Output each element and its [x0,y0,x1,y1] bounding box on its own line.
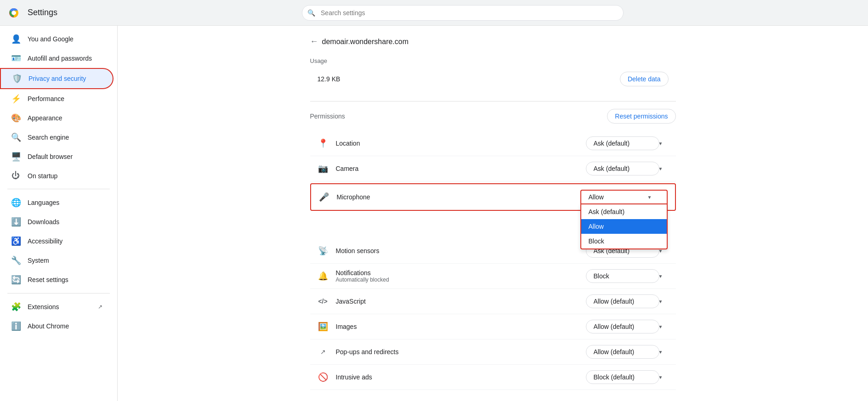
sidebar-item-search-engine[interactable]: 🔍 Search engine [0,128,113,147]
extensions-external-icon: ↗ [98,304,102,310]
section-divider [310,101,676,102]
main-layout: 👤 You and Google 🪪 Autofill and password… [0,26,868,401]
sidebar-label-downloads: Downloads [28,218,102,226]
camera-select-wrapper: Ask (default) Allow Block [586,162,669,175]
sidebar-item-extensions[interactable]: 🧩 Extensions ↗ [0,297,113,316]
microphone-chevron-icon: ▼ [647,195,652,200]
intrusive-ads-label: Intrusive ads [336,373,579,381]
sidebar-label-default-browser: Default browser [28,153,102,160]
search-icon: 🔍 [307,9,315,17]
back-button[interactable]: ← [310,37,318,46]
sidebar-item-system[interactable]: 🔧 System [0,251,113,270]
main-content: ← demoair.wondershare.com Usage 12.9 KB … [118,26,868,401]
notifications-sub-label: Automatically blocked [336,277,579,283]
extensions-icon: 🧩 [11,302,20,312]
sidebar-label-performance: Performance [28,95,102,102]
popups-icon: ↗ [318,348,329,356]
camera-label: Camera [336,165,579,172]
accessibility-icon: ♿ [11,236,20,246]
javascript-icon: </> [318,298,329,305]
performance-icon: ⚡ [11,94,20,104]
permission-row-microphone: 🎤 Microphone Allow ▼ Ask (default) Allow… [310,183,676,211]
sidebar-item-default-browser[interactable]: 🖥️ Default browser [0,147,113,166]
sidebar-label-privacy: Privacy and security [28,75,102,82]
sidebar-label-about: About Chrome [28,322,102,330]
sidebar-item-reset[interactable]: 🔄 Reset settings [0,270,113,289]
javascript-select[interactable]: Allow (default) Block [586,294,659,308]
permission-row-popups: ↗ Pop-ups and redirects Allow (default) … [310,339,676,365]
intrusive-ads-select[interactable]: Allow Block (default) [586,370,659,384]
images-select-wrapper: Allow (default) Block [586,320,669,333]
microphone-icon: 🎤 [318,192,329,202]
javascript-select-wrapper: Allow (default) Block [586,294,669,308]
notifications-select[interactable]: Ask (default) Allow Block [586,269,659,283]
microphone-option-allow[interactable]: Allow [581,219,667,234]
microphone-option-block[interactable]: Block [581,234,667,249]
appearance-icon: 🎨 [11,113,20,123]
sidebar-label-search-engine: Search engine [28,134,102,141]
permission-row-camera: 📷 Camera Ask (default) Allow Block [310,156,676,181]
sidebar-item-performance[interactable]: ⚡ Performance [0,89,113,108]
motion-sensors-label: Motion sensors [336,247,579,254]
search-bar: 🔍 [302,5,624,21]
notifications-icon: 🔔 [318,271,329,281]
sidebar-item-autofill[interactable]: 🪪 Autofill and passwords [0,49,113,68]
intrusive-ads-select-wrapper: Allow Block (default) [586,370,669,384]
location-select-wrapper: Ask (default) Allow Block [586,136,669,150]
sidebar-divider-2 [7,293,110,294]
notifications-select-wrapper: Ask (default) Allow Block [586,269,669,283]
startup-icon: ⏻ [11,171,20,181]
reset-icon: 🔄 [11,275,20,285]
microphone-current-value: Allow [589,193,604,201]
downloads-icon: ⬇️ [11,217,20,227]
sidebar-item-appearance[interactable]: 🎨 Appearance [0,108,113,128]
sidebar-item-privacy[interactable]: 🛡️ Privacy and security [0,68,113,89]
location-icon: 📍 [318,138,329,148]
location-select[interactable]: Ask (default) Allow Block [586,136,659,150]
delete-data-button[interactable]: Delete data [620,72,669,86]
sidebar-item-you-and-google[interactable]: 👤 You and Google [0,29,113,49]
camera-icon: 📷 [318,164,329,174]
javascript-label: JavaScript [336,298,579,305]
popups-select[interactable]: Allow (default) Block [586,345,659,359]
settings-title: Settings [28,8,57,17]
images-label: Images [336,323,579,330]
default-browser-icon: 🖥️ [11,152,20,162]
sidebar-label-accessibility: Accessibility [28,237,102,245]
sidebar-item-languages[interactable]: 🌐 Languages [0,193,113,212]
sidebar-label-autofill: Autofill and passwords [28,55,102,62]
about-icon: ℹ️ [11,321,20,331]
microphone-dropdown-trigger[interactable]: Allow ▼ [580,190,668,204]
sidebar-item-on-startup[interactable]: ⏻ On startup [0,166,113,185]
reset-permissions-button[interactable]: Reset permissions [607,109,675,124]
sidebar-item-about[interactable]: ℹ️ About Chrome [0,316,113,336]
images-icon: 🖼️ [318,322,329,332]
sidebar-label-extensions: Extensions [28,303,91,311]
chrome-logo-icon [7,6,20,19]
search-engine-icon: 🔍 [11,132,20,142]
site-url: demoair.wondershare.com [322,38,409,46]
usage-row: 12.9 KB Delete data [310,68,676,90]
popups-label: Pop-ups and redirects [336,348,579,356]
motion-sensors-icon: 📡 [318,246,329,256]
images-select[interactable]: Allow (default) Block [586,320,659,333]
sidebar-item-downloads[interactable]: ⬇️ Downloads [0,212,113,232]
sidebar: 👤 You and Google 🪪 Autofill and password… [0,26,118,401]
permission-row-location: 📍 Location Ask (default) Allow Block [310,131,676,156]
permission-row-images: 🖼️ Images Allow (default) Block [310,314,676,339]
permission-row-intrusive-ads: 🚫 Intrusive ads Allow Block (default) [310,365,676,390]
microphone-option-ask[interactable]: Ask (default) [581,204,667,219]
microphone-dropdown-list: Ask (default) Allow Block [580,204,668,249]
back-nav: ← demoair.wondershare.com [310,37,676,46]
notifications-label: Notifications Automatically blocked [336,269,579,283]
permissions-label: Permissions [310,113,345,120]
permission-row-javascript: </> JavaScript Allow (default) Block [310,289,676,314]
languages-icon: 🌐 [11,198,20,208]
sidebar-item-accessibility[interactable]: ♿ Accessibility [0,232,113,251]
autofill-icon: 🪪 [11,53,20,63]
camera-select[interactable]: Ask (default) Allow Block [586,162,659,175]
system-icon: 🔧 [11,255,20,265]
search-input[interactable] [302,5,624,21]
usage-section-label: Usage [310,57,676,64]
user-icon: 👤 [11,34,20,44]
